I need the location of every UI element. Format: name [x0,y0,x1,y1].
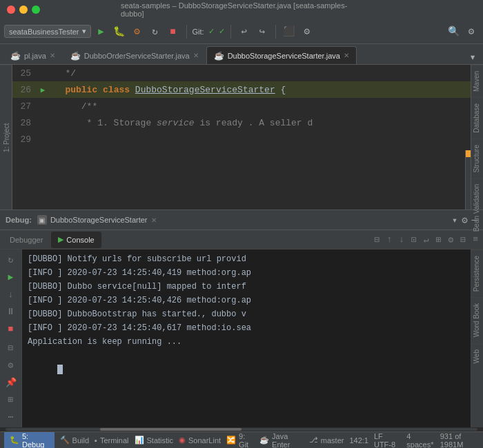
redo-button[interactable]: ↪ [255,24,270,39]
tabs-more-button[interactable]: ▾ [465,50,480,64]
java-status[interactable]: ☕ Java Enter [259,432,304,449]
git-branch-status[interactable]: ⎇ master [309,432,344,449]
vtab-word-book[interactable]: Word Book [471,297,483,343]
layout-btn[interactable]: ⊟ [458,233,468,247]
pause-button[interactable]: ⏸ [2,304,20,319]
sidebar-item-project[interactable]: 1: Project [1,65,12,210]
gutter-26: ▶ [37,85,49,94]
clear-console-button[interactable]: ⊟ [373,233,382,247]
vtab-web[interactable]: Web [471,343,483,369]
statistic-status[interactable]: 📊 Statistic [135,436,174,445]
tab-debugger[interactable]: Debugger [3,232,50,248]
bug-icon: 🐛 [10,436,19,445]
status-debug[interactable]: 🐛 5: Debug [4,432,55,448]
tab-label-2: DubboOrderServiceStarter.java [84,52,190,60]
java-icon-3: ☕ [214,51,224,61]
line-number-27: 27 [12,101,37,112]
coverage-button[interactable]: ⚙ [130,24,145,39]
tab-close-2[interactable]: ✕ [193,52,199,59]
git-section: Git: ✓ ✓ [193,27,225,36]
vtab-database[interactable]: Database [471,97,483,139]
print-button[interactable]: ⊞ [434,233,444,247]
settings-button[interactable]: ⚙ [299,24,315,39]
settings-debug-button[interactable]: ⚙ [2,358,20,373]
git-status[interactable]: 🔀 9: Git [226,432,254,449]
debug-settings-icon[interactable]: ⚙ [462,214,467,226]
debug-tabs-bar: Debugger ▶ Console ⊟ ↑ ↓ ⊡ ↵ ⊞ ⚙ ⊟ ≡ [0,230,483,250]
debug-body: ↻ ▶ ↓ ⏸ ■ ⊟ ⚙ 📌 ⊞ ⋯ [DUBBO] Notify urls … [0,250,483,427]
stop-button[interactable]: ■ [166,24,181,39]
debug-button[interactable]: 🐛 [112,24,127,39]
tab-close-1[interactable]: ✕ [50,52,55,59]
settings-main-button[interactable]: ⚙ [464,24,479,39]
terminal-status[interactable]: ▪ Terminal [95,436,128,445]
tab-close-3[interactable]: ✕ [344,52,349,59]
indent-label: 4 spaces* [406,432,434,449]
vtab-maven[interactable]: Maven [471,65,483,97]
filter-button[interactable]: ⊡ [409,233,419,247]
tab-console-label: Console [66,236,94,244]
debug-status-label: 5: Debug [22,432,49,449]
build-status[interactable]: 🔨 Build [60,436,89,445]
thread-dump-button[interactable]: ⊟ [2,340,20,356]
debug-header: Debug: ▣ DubboStorageServiceStarter ✕ ▾ … [0,210,483,230]
run-button[interactable]: ▶ [94,24,109,39]
debug-expand-icon[interactable]: ▾ [452,214,457,226]
java-icon: ☕ [259,436,269,445]
maximize-button[interactable] [32,6,40,14]
debug-session[interactable]: ▣ DubboStorageServiceStarter ✕ [37,215,157,225]
code-line-29: 29 [12,131,471,147]
sonarlint-status[interactable]: ◉ SonarLint [179,436,221,445]
tab-dubbo-order[interactable]: ☕ DubboOrderServiceStarter.java ✕ [63,46,206,64]
vtab-structure[interactable]: Structure [471,139,483,179]
restart-button[interactable]: ↻ [2,252,20,267]
code-line-25: 25 */ [12,65,471,81]
tab-dubbo-storage[interactable]: ☕ DubboStorageServiceStarter.java ✕ [206,46,357,64]
stop-debug-button[interactable]: ■ [2,321,20,336]
scroll-top-button[interactable]: ↑ [384,233,394,246]
tab-pl-java[interactable]: ☕ pl.java ✕ [3,46,63,64]
encoding-label: LF UTF-8 [374,432,401,449]
layout-debug-button[interactable]: ⊞ [2,392,20,407]
sidebar-item-favorites[interactable]: 2: Favorites [0,65,1,210]
pin-button[interactable]: 📌 [2,375,20,390]
tab-label-1: pl.java [24,52,46,60]
java-status-label: Java Enter [272,432,304,449]
position-status: 142:1 [349,432,368,449]
dropdown-label: seataBusinessTester [9,28,79,36]
run-config-dropdown[interactable]: seataBusinessTester ▾ [4,25,91,38]
indent-status[interactable]: 4 spaces* [406,432,434,449]
step-over-button[interactable]: ↓ [2,287,20,302]
tab-debugger-label: Debugger [10,236,43,244]
encoding-status[interactable]: LF UTF-8 [374,432,401,449]
vtab-bean-validation[interactable]: Bean Validation [471,178,483,237]
scroll-bottom-button[interactable]: ↓ [397,233,406,246]
separator-3 [275,25,276,39]
search-everywhere-button[interactable]: 🔍 [446,24,461,39]
settings-btn[interactable]: ⚙ [446,233,456,247]
debug-title: Debug: [6,216,32,224]
code-editor[interactable]: 25 */ 26 ▶ public class DubboStorageServ… [12,65,471,210]
console-line-3: [DUBBO] Dubbo service[null] mapped to in… [28,280,465,294]
line-number-25: 25 [12,68,37,79]
vtab-persistence[interactable]: Persistence [471,250,483,297]
more-options-button[interactable]: ⋯ [2,409,20,425]
profile-button[interactable]: ↻ [148,24,163,39]
title-bar: seata-samples – DubboStorageServiceStart… [0,0,483,19]
minimize-button[interactable] [19,6,28,14]
undo-button[interactable]: ↩ [237,24,252,39]
scrollbar-track [6,428,477,431]
debug-session-close[interactable]: ✕ [151,216,157,224]
sonar-icon: ◉ [179,436,186,445]
tab-console[interactable]: ▶ Console [51,232,101,248]
close-button[interactable] [7,6,15,14]
build-button[interactable]: ⬛ [282,24,297,39]
terminal-label: Terminal [100,436,129,445]
resume-button[interactable]: ▶ [2,269,20,285]
console-line-6: [INFO ] 2020-07-23 14:25:40,617 method:i… [28,321,465,335]
code-line-27: 27 /** [12,98,471,114]
memory-status[interactable]: 931 of 1981M [440,432,479,449]
wrap-button[interactable]: ↵ [422,233,431,247]
code-content-28: * 1. Storage service is ready . A seller… [49,118,313,128]
tabs-bar: ☕ pl.java ✕ ☕ DubboOrderServiceStarter.j… [0,44,483,65]
